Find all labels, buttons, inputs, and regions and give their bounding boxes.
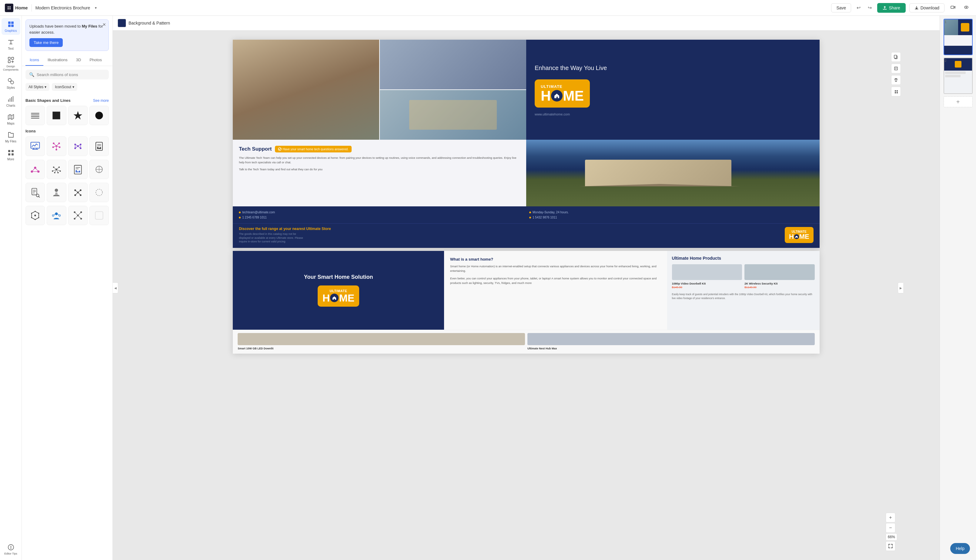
shape-lines-item[interactable] xyxy=(25,106,45,125)
sidebar-item-design-components[interactable]: Design Components xyxy=(2,54,20,74)
svg-line-91 xyxy=(75,190,78,192)
sidebar-item-charts[interactable]: Charts xyxy=(2,93,20,110)
sidebar-item-editor-tips[interactable]: Editor Tips xyxy=(2,541,20,558)
svg-rect-118 xyxy=(95,212,103,219)
person-icon-item[interactable] xyxy=(47,183,66,202)
help-button[interactable]: Help xyxy=(950,543,970,554)
svg-rect-4 xyxy=(11,22,13,24)
basic-shapes-header: Basic Shapes and Lines See more xyxy=(25,98,109,103)
placeholder-icon-item[interactable] xyxy=(89,160,109,179)
save-button[interactable]: Save xyxy=(831,3,851,12)
title-chevron-icon[interactable]: ▾ xyxy=(95,6,97,10)
zoom-in-button[interactable]: + xyxy=(886,513,895,522)
scatter-network-icon-item[interactable] xyxy=(68,206,88,225)
logo-block: ULTIMATE H ME xyxy=(535,79,590,108)
placeholder-icon xyxy=(93,164,105,175)
sidebar-item-graphics[interactable]: Graphics xyxy=(2,18,20,35)
svg-line-42 xyxy=(75,146,78,148)
report-chart-icon-item[interactable] xyxy=(89,137,109,156)
sidebar-item-more[interactable]: More xyxy=(2,147,20,163)
logo-home-icon xyxy=(551,90,562,102)
sidebar-item-styles[interactable]: Styles xyxy=(2,75,20,92)
icons-grid-2 xyxy=(25,160,109,179)
tab-icons[interactable]: Icons xyxy=(25,55,43,66)
logo-home-row: H ME xyxy=(541,89,584,103)
svg-rect-3 xyxy=(8,22,11,24)
text-label: Text xyxy=(8,47,13,50)
placeholder2-icon-item[interactable] xyxy=(89,183,109,202)
text-icon xyxy=(7,38,15,46)
photo-large xyxy=(233,40,379,140)
color-swatch[interactable] xyxy=(118,19,126,27)
sidebar-item-maps[interactable]: Maps xyxy=(2,111,20,128)
team-network-icon-item[interactable] xyxy=(25,160,45,179)
chart-monitor-icon-item[interactable] xyxy=(25,137,45,156)
connections-icon-item[interactable] xyxy=(68,137,88,156)
photo-grid xyxy=(233,40,526,140)
svg-rect-8 xyxy=(12,57,13,59)
tab-3d[interactable]: 3D xyxy=(72,55,85,66)
document-analysis-icon-item[interactable] xyxy=(25,183,45,202)
contact-bar: techteam@ultimate.com Monday-Sunday, 24 … xyxy=(233,207,819,223)
share-button[interactable]: Share xyxy=(877,3,905,13)
page2-logo: ULTIMATE H ME xyxy=(318,285,359,307)
app-logo[interactable]: Home xyxy=(5,3,28,12)
more-label: More xyxy=(7,158,14,161)
sidebar-item-my-files[interactable]: My Files xyxy=(2,129,20,145)
download-button[interactable]: Download xyxy=(909,3,944,12)
network-nodes-icon-item[interactable] xyxy=(47,137,66,156)
thumb2-navy xyxy=(944,58,972,71)
notification-close-button[interactable]: ✕ xyxy=(102,22,106,27)
photo-bottom-right xyxy=(380,90,526,140)
thumb-2-image xyxy=(944,58,973,94)
svg-point-10 xyxy=(8,78,11,82)
thumbnail-1[interactable]: 1 xyxy=(944,19,973,55)
collapse-panel-button[interactable]: ◀ xyxy=(113,282,118,293)
user-connection-icon-item[interactable] xyxy=(47,206,66,225)
shape-circle-item[interactable] xyxy=(89,106,109,125)
svg-point-104 xyxy=(55,212,58,215)
redo-button[interactable]: ↪ xyxy=(866,3,874,12)
svg-line-56 xyxy=(35,168,38,172)
download-label: Download xyxy=(921,5,939,10)
notification-banner: Uploads have been moved to My Files for … xyxy=(25,19,109,51)
svg-point-84 xyxy=(55,188,58,192)
source-filter[interactable]: IconScout ▾ xyxy=(52,83,77,91)
svg-point-2 xyxy=(966,7,967,8)
undo-button[interactable]: ↩ xyxy=(855,3,863,12)
svg-rect-5 xyxy=(8,25,11,27)
page1-middle-section: Tech Support Have your smart home tech q… xyxy=(233,140,819,207)
tab-photos[interactable]: Photos xyxy=(85,55,106,66)
preview-button[interactable] xyxy=(961,3,971,13)
style-filter[interactable]: All Styles ▾ xyxy=(25,83,49,91)
zoom-fit-button[interactable] xyxy=(886,541,895,551)
take-me-there-button[interactable]: Take me there xyxy=(29,38,63,47)
expand-thumbnails-button[interactable]: ▶ xyxy=(898,282,903,293)
page-container: Enhance the Way You Live ULTIMATE H ME xyxy=(233,40,819,551)
molecule-icon-item[interactable] xyxy=(68,183,88,202)
hexagon-network-icon-item[interactable] xyxy=(25,206,45,225)
zoom-out-button[interactable]: − xyxy=(886,523,895,533)
tab-illustrations[interactable]: Illustrations xyxy=(43,55,72,66)
svg-rect-6 xyxy=(11,25,13,27)
svg-point-61 xyxy=(52,170,53,172)
see-more-link[interactable]: See more xyxy=(93,98,109,103)
svg-point-102 xyxy=(31,213,32,214)
product-doorbell-price: $149.90 xyxy=(672,285,742,289)
page1-top-section: Enhance the Way You Live ULTIMATE H ME xyxy=(233,40,819,140)
canvas-viewport[interactable]: Enhance the Way You Live ULTIMATE H ME xyxy=(113,31,939,560)
shape-star-item[interactable] xyxy=(68,106,88,125)
video-button[interactable] xyxy=(948,3,958,13)
data-report-icon-item[interactable] xyxy=(68,160,88,179)
style-filter-label: All Styles xyxy=(28,85,43,89)
sidebar-item-text[interactable]: Text xyxy=(2,36,20,53)
page2-left-col: Your Smart Home Solution ULTIMATE H ME xyxy=(233,251,444,330)
add-page-button[interactable]: + xyxy=(944,97,973,107)
empty-icon-item[interactable] xyxy=(89,206,109,225)
search-input[interactable] xyxy=(37,72,105,77)
thumbnail-2[interactable]: 2 xyxy=(944,58,973,94)
product-desc: Easily keep track of guests and potentia… xyxy=(672,292,815,300)
svg-rect-12 xyxy=(8,150,10,152)
shape-square-item[interactable] xyxy=(47,106,66,125)
group-network-icon-item[interactable] xyxy=(47,160,66,179)
